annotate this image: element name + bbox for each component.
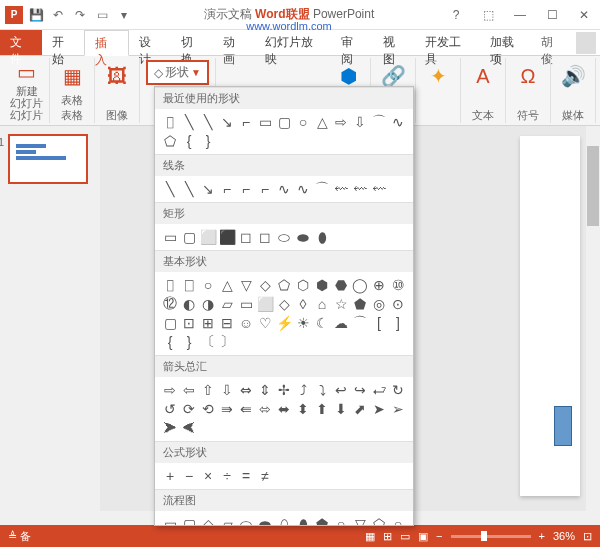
arrow7-icon[interactable]: ✢ (275, 381, 293, 399)
basic12-icon[interactable]: ⊕ (370, 276, 388, 294)
tab-slideshow[interactable]: 幻灯片放映 (255, 30, 331, 55)
basic13-icon[interactable]: ⑩ (389, 276, 407, 294)
basic1-icon[interactable]: ⌷ (161, 276, 179, 294)
fc4-icon[interactable]: ▱ (218, 515, 236, 526)
basic24-icon[interactable]: ⬟ (351, 295, 369, 313)
rect1-icon[interactable]: ▭ (161, 228, 179, 246)
ribbon-display-icon[interactable]: ⬚ (476, 5, 500, 25)
basic43-icon[interactable]: 〕 (218, 333, 236, 351)
arrow6-icon[interactable]: ⇕ (256, 381, 274, 399)
arrow26-icon[interactable]: ➢ (389, 400, 407, 418)
fc12-icon[interactable]: ⬠ (370, 515, 388, 526)
shape-triangle-icon[interactable]: △ (313, 113, 331, 131)
basic7-icon[interactable]: ⬠ (275, 276, 293, 294)
basic19-icon[interactable]: ⬜ (256, 295, 274, 313)
basic41-icon[interactable]: } (180, 333, 198, 351)
shape-rect-icon[interactable]: ▭ (256, 113, 274, 131)
view-slideshow-icon[interactable]: ▣ (418, 530, 428, 543)
shape-freeform-icon[interactable]: ⬠ (161, 132, 179, 150)
line5-icon[interactable]: ⌐ (237, 180, 255, 198)
basic39-icon[interactable]: ] (389, 314, 407, 332)
slide-thumbnail[interactable]: 1 (8, 134, 88, 184)
fc7-icon[interactable]: ⬯ (275, 515, 293, 526)
arrow9-icon[interactable]: ⤵ (313, 381, 331, 399)
textbox-icon[interactable]: A (467, 60, 499, 92)
save-icon[interactable]: 💾 (26, 5, 46, 25)
basic8-icon[interactable]: ⬡ (294, 276, 312, 294)
rect2-icon[interactable]: ▢ (180, 228, 198, 246)
eq-div-icon[interactable]: ÷ (218, 467, 236, 485)
line6-icon[interactable]: ⌐ (256, 180, 274, 198)
arrow21-icon[interactable]: ⬍ (294, 400, 312, 418)
zoom-out-button[interactable]: − (436, 530, 442, 542)
zoom-level[interactable]: 36% (553, 530, 575, 542)
tab-file[interactable]: 文件 (0, 30, 42, 55)
eq-neq-icon[interactable]: ≠ (256, 467, 274, 485)
shape-circle-icon[interactable]: ○ (294, 113, 312, 131)
notes-button[interactable]: ≜ 备 (8, 529, 31, 544)
tab-insert[interactable]: 插入 (84, 30, 128, 56)
rect3-icon[interactable]: ⬜ (199, 228, 217, 246)
tab-review[interactable]: 审阅 (331, 30, 373, 55)
comment-icon[interactable]: ✦ (422, 60, 454, 92)
arrow24-icon[interactable]: ⬈ (351, 400, 369, 418)
basic28-icon[interactable]: ⊡ (180, 314, 198, 332)
eq-eq-icon[interactable]: = (237, 467, 255, 485)
arrow4-icon[interactable]: ⇩ (218, 381, 236, 399)
shape-rect2-icon[interactable]: ▢ (275, 113, 293, 131)
zoom-slider[interactable] (451, 535, 531, 538)
fc9-icon[interactable]: ⬟ (313, 515, 331, 526)
basic42-icon[interactable]: 〔 (199, 333, 217, 351)
eq-minus-icon[interactable]: − (180, 467, 198, 485)
arrow5-icon[interactable]: ⇔ (237, 381, 255, 399)
fc5-icon[interactable]: ⬭ (237, 515, 255, 526)
table-icon[interactable]: ▦ (56, 60, 88, 92)
basic36-icon[interactable]: ☁ (332, 314, 350, 332)
tab-view[interactable]: 视图 (373, 30, 415, 55)
fc11-icon[interactable]: ▽ (351, 515, 369, 526)
tab-animations[interactable]: 动画 (213, 30, 255, 55)
arrow11-icon[interactable]: ↪ (351, 381, 369, 399)
basic27-icon[interactable]: ▢ (161, 314, 179, 332)
arrow28-icon[interactable]: ⮜ (180, 419, 198, 437)
basic35-icon[interactable]: ☾ (313, 314, 331, 332)
maximize-icon[interactable]: ☐ (540, 5, 564, 25)
arrow18-icon[interactable]: ⇚ (237, 400, 255, 418)
shape-lbrace-icon[interactable]: { (180, 132, 198, 150)
shape-textbox-icon[interactable]: ⌷ (161, 113, 179, 131)
rect4-icon[interactable]: ⬛ (218, 228, 236, 246)
basic38-icon[interactable]: [ (370, 314, 388, 332)
line9-icon[interactable]: ⌒ (313, 180, 331, 198)
arrow14-icon[interactable]: ↺ (161, 400, 179, 418)
images-icon[interactable]: 🖼 (101, 60, 133, 92)
basic10-icon[interactable]: ⬣ (332, 276, 350, 294)
rect6-icon[interactable]: ◻ (256, 228, 274, 246)
basic30-icon[interactable]: ⊟ (218, 314, 236, 332)
basic26-icon[interactable]: ⊙ (389, 295, 407, 313)
arrow23-icon[interactable]: ⬇ (332, 400, 350, 418)
line2-icon[interactable]: ╲ (180, 180, 198, 198)
rect9-icon[interactable]: ⬮ (313, 228, 331, 246)
basic33-icon[interactable]: ⚡ (275, 314, 293, 332)
fc2-icon[interactable]: ▢ (180, 515, 198, 526)
basic31-icon[interactable]: ☺ (237, 314, 255, 332)
basic6-icon[interactable]: ◇ (256, 276, 274, 294)
basic34-icon[interactable]: ☀ (294, 314, 312, 332)
shape-arrow-line-icon[interactable]: ↘ (218, 113, 236, 131)
basic9-icon[interactable]: ⬢ (313, 276, 331, 294)
fc6-icon[interactable]: ⬬ (256, 515, 274, 526)
fc1-icon[interactable]: ▭ (161, 515, 179, 526)
line8-icon[interactable]: ∿ (294, 180, 312, 198)
arrow12-icon[interactable]: ⮐ (370, 381, 388, 399)
arrow13-icon[interactable]: ↻ (389, 381, 407, 399)
tab-transitions[interactable]: 切换 (171, 30, 213, 55)
tab-design[interactable]: 设计 (129, 30, 171, 55)
tab-home[interactable]: 开始 (42, 30, 84, 55)
basic3-icon[interactable]: ○ (199, 276, 217, 294)
vertical-scrollbar[interactable] (586, 126, 600, 525)
basic32-icon[interactable]: ♡ (256, 314, 274, 332)
basic11-icon[interactable]: ◯ (351, 276, 369, 294)
basic17-icon[interactable]: ▱ (218, 295, 236, 313)
arrow8-icon[interactable]: ⤴ (294, 381, 312, 399)
arrow1-icon[interactable]: ⇨ (161, 381, 179, 399)
